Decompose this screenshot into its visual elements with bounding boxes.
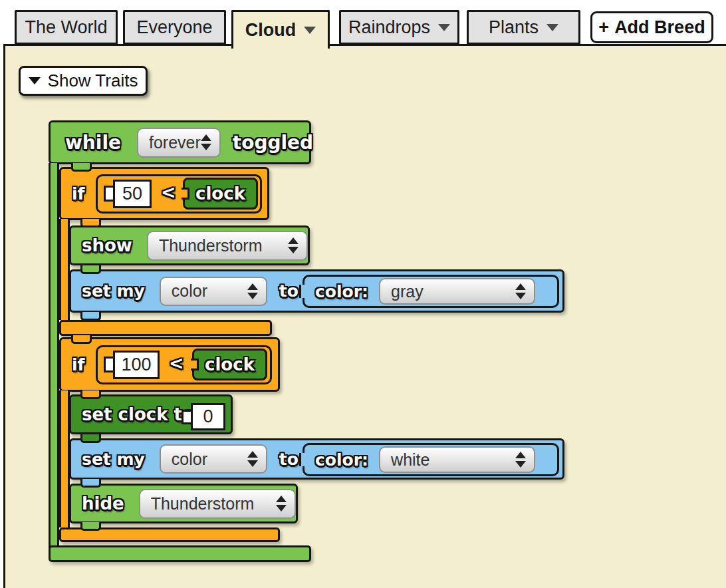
tab-cloud[interactable]: Cloud bbox=[231, 10, 330, 49]
chevron-down-icon bbox=[29, 77, 41, 84]
tab-raindrops[interactable]: Raindrops bbox=[339, 10, 459, 45]
connector-tab bbox=[71, 163, 92, 172]
tab-label: Plants bbox=[489, 17, 539, 38]
set-clock-block[interactable]: set clock to 0 bbox=[69, 394, 233, 434]
hide-block[interactable]: hide Thunderstorm bbox=[69, 484, 298, 523]
hide-agent-value: Thunderstorm bbox=[151, 494, 255, 514]
forever-dropdown-value: forever bbox=[149, 133, 201, 152]
while-block-spine[interactable] bbox=[49, 163, 59, 548]
clock-reporter-block[interactable]: clock bbox=[192, 349, 267, 380]
spinner-arrows-icon bbox=[247, 451, 258, 467]
if1-block-footer[interactable] bbox=[59, 320, 272, 336]
chevron-down-icon[interactable] bbox=[546, 24, 558, 31]
spinner-arrows-icon bbox=[288, 237, 299, 253]
connector-tab bbox=[80, 265, 101, 274]
show-keyword: show bbox=[82, 235, 132, 255]
hide-keyword: hide bbox=[82, 494, 124, 514]
set-color-block-1[interactable]: set my color to color: gray bbox=[69, 269, 564, 313]
if2-number-input[interactable]: 100 bbox=[113, 351, 160, 379]
plus-icon: + bbox=[598, 17, 609, 38]
if-keyword: if bbox=[72, 184, 84, 204]
clock-label: clock bbox=[195, 184, 245, 204]
spinner-arrows-icon bbox=[515, 283, 526, 299]
spinner-arrows-icon bbox=[276, 496, 287, 512]
trait-value: color bbox=[172, 281, 207, 301]
color-value: white bbox=[391, 450, 429, 470]
color-value-dropdown[interactable]: white bbox=[379, 446, 535, 473]
trait-dropdown[interactable]: color bbox=[160, 444, 267, 474]
clock-reporter-block[interactable]: clock bbox=[183, 178, 258, 210]
trait-dropdown[interactable]: color bbox=[160, 277, 267, 306]
color-value-dropdown[interactable]: gray bbox=[379, 278, 535, 305]
connector-tab bbox=[80, 479, 101, 488]
to-label: to bbox=[279, 450, 299, 469]
if1-number-value: 50 bbox=[122, 184, 142, 204]
puzzle-notch bbox=[299, 453, 308, 466]
clock-number-value: 0 bbox=[203, 406, 213, 427]
set-color-block-2[interactable]: set my color to color: white bbox=[69, 438, 564, 480]
puzzle-notch bbox=[191, 359, 199, 370]
while-block-footer[interactable] bbox=[49, 545, 311, 562]
clock-label: clock bbox=[205, 355, 255, 374]
if1-number-input[interactable]: 50 bbox=[113, 180, 152, 208]
tab-label: Everyone bbox=[136, 17, 212, 38]
hide-agent-dropdown[interactable]: Thunderstorm bbox=[139, 489, 296, 519]
spinner-arrows-icon bbox=[515, 452, 526, 468]
connector-tab bbox=[80, 390, 101, 399]
set-clock-keyword: set clock to bbox=[82, 404, 194, 424]
color-reporter-label: color: bbox=[315, 450, 368, 470]
puzzle-notch bbox=[299, 285, 308, 298]
add-breed-button[interactable]: + Add Breed bbox=[590, 11, 713, 43]
connector-tab bbox=[80, 522, 101, 531]
if2-block-spine[interactable] bbox=[59, 390, 70, 527]
tab-label: Cloud bbox=[245, 20, 296, 41]
set-my-keyword: set my bbox=[82, 281, 145, 301]
show-traits-label: Show Traits bbox=[48, 71, 138, 91]
connector-tab bbox=[80, 434, 101, 443]
color-reporter-block[interactable]: color: white bbox=[302, 443, 559, 476]
less-than-operator: < bbox=[161, 182, 176, 202]
if2-condition-socket[interactable]: 100 < clock bbox=[96, 345, 272, 384]
tab-plants[interactable]: Plants bbox=[467, 10, 580, 45]
toggled-label: toggled bbox=[233, 132, 313, 154]
clock-number-input[interactable]: 0 bbox=[191, 403, 225, 430]
less-than-operator: < bbox=[169, 353, 184, 373]
show-traits-button[interactable]: Show Traits bbox=[19, 66, 148, 96]
if2-number-value: 100 bbox=[121, 355, 151, 375]
connector-tab bbox=[80, 219, 101, 227]
color-reporter-block[interactable]: color: gray bbox=[302, 275, 559, 308]
while-block-header[interactable]: while forever toggled bbox=[49, 120, 311, 164]
tab-label: Raindrops bbox=[348, 17, 430, 38]
puzzle-notch bbox=[182, 188, 189, 200]
show-block[interactable]: show Thunderstorm bbox=[69, 225, 310, 265]
if1-block-spine[interactable] bbox=[59, 219, 70, 320]
while-keyword: while bbox=[65, 132, 121, 154]
color-reporter-label: color: bbox=[315, 282, 368, 301]
set-my-keyword: set my bbox=[82, 450, 145, 469]
chevron-down-icon[interactable] bbox=[304, 27, 316, 34]
to-label: to bbox=[279, 281, 299, 301]
color-value: gray bbox=[391, 282, 424, 301]
add-breed-label: Add Breed bbox=[614, 17, 705, 38]
tab-the-world[interactable]: The World bbox=[15, 10, 118, 45]
connector-tab bbox=[80, 312, 101, 321]
chevron-down-icon[interactable] bbox=[438, 24, 450, 31]
if-keyword: if bbox=[72, 355, 84, 374]
show-agent-dropdown[interactable]: Thunderstorm bbox=[147, 231, 308, 261]
trait-value: color bbox=[172, 450, 207, 469]
tab-label: The World bbox=[25, 17, 107, 38]
tab-everyone[interactable]: Everyone bbox=[123, 10, 226, 45]
show-agent-value: Thunderstorm bbox=[159, 236, 263, 255]
spinner-arrows-icon bbox=[201, 134, 211, 150]
connector-tab bbox=[71, 335, 92, 344]
if1-condition-socket[interactable]: 50 < clock bbox=[96, 174, 262, 214]
spinner-arrows-icon bbox=[247, 283, 258, 299]
forever-dropdown[interactable]: forever bbox=[137, 128, 221, 158]
app-window: The World Everyone Cloud Raindrops Plant… bbox=[0, 0, 726, 588]
script-canvas[interactable]: Show Traits while forever toggled if 50 … bbox=[3, 44, 726, 588]
